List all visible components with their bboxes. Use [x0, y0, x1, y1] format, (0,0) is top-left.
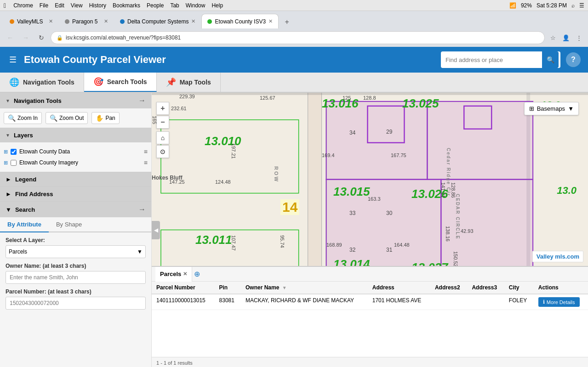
cell-pin: 83081 — [215, 294, 241, 310]
tab-close-delta[interactable]: ✕ — [191, 18, 195, 24]
layer-data-menu[interactable]: ≡ — [144, 148, 148, 155]
search-collapse-icon: ▼ — [6, 206, 11, 213]
map-tools-label: Map Tools — [180, 79, 211, 86]
valley-mls-logo: Valley mls.com — [532, 251, 583, 262]
menu-bookmarks[interactable]: Bookmarks — [113, 2, 140, 9]
search-menu-icon[interactable]: → — [138, 205, 146, 214]
tab-close-paragon[interactable]: ✕ — [104, 18, 108, 24]
more-options-icon[interactable]: ⋮ — [573, 32, 584, 43]
toolbar-search-tools[interactable]: 🎯 Search Tools — [84, 73, 157, 92]
pan-label: Pan — [105, 115, 115, 121]
new-tab-button[interactable]: + — [280, 16, 293, 28]
menu-view[interactable]: View — [71, 2, 83, 9]
back-button[interactable]: ← — [4, 31, 17, 44]
options-icon[interactable]: ☰ — [579, 2, 584, 9]
search-macos-icon[interactable]: ⌕ — [571, 2, 575, 9]
table-row: 1401110000013015 83081 MACKAY, RICHARD &… — [152, 294, 588, 310]
tab-by-attribute[interactable]: By Attribute — [0, 217, 49, 232]
tab-paragon[interactable]: Paragon 5 ✕ — [59, 14, 114, 28]
menu-file[interactable]: File — [40, 2, 48, 9]
layers-header[interactable]: ▼ Layers — [0, 128, 151, 142]
results-footer: 1 - 1 of 1 results — [152, 357, 588, 367]
tab-close-valleymls[interactable]: ✕ — [49, 18, 53, 24]
parcel-number-input[interactable] — [6, 297, 146, 310]
menu-edit[interactable]: Edit — [55, 2, 64, 9]
valley-logo-text: Valley mls.com — [537, 253, 579, 260]
tab-by-shape[interactable]: By Shape — [49, 217, 89, 231]
bookmark-icon[interactable]: ☆ — [548, 32, 559, 43]
result-tab-close[interactable]: ✕ — [183, 271, 187, 277]
layers-content: ⊞ Etowah County Data ≡ ⊞ Etowah County I… — [0, 142, 151, 172]
layer-imagery-menu[interactable]: ≡ — [144, 159, 148, 166]
svg-rect-15 — [441, 180, 533, 276]
nav-tools-menu-icon[interactable]: → — [138, 96, 146, 105]
zoom-in-button[interactable]: 🔍 Zoom In — [4, 112, 42, 124]
results-add-button[interactable]: ⊕ — [194, 270, 200, 278]
nav-tools-collapse-icon: ▼ — [6, 98, 10, 103]
layer-select[interactable]: Parcels ▼ — [6, 245, 146, 258]
more-details-button[interactable]: ℹ More Details — [538, 297, 580, 307]
result-tab-parcels[interactable]: Parcels ✕ — [155, 267, 192, 282]
tab-valleymls[interactable]: ValleyMLS ✕ — [4, 14, 59, 28]
address-search-button[interactable]: 🔍 — [542, 51, 559, 68]
tab-favicon-paragon — [65, 19, 69, 24]
col-address3[interactable]: Address3 — [467, 282, 504, 294]
col-parcel-number[interactable]: Parcel Number — [152, 282, 215, 294]
find-address-header[interactable]: ► Find Address — [0, 187, 151, 201]
results-tabs: Parcels ✕ ⊕ — [152, 267, 588, 282]
apple-menu[interactable]:  — [4, 2, 6, 9]
compass-button[interactable]: ⊙ — [156, 145, 169, 158]
address-bar[interactable]: 🔒 isv.kcsgis.com/al.etowah_revenue/?fips… — [51, 31, 545, 44]
layer-imagery-checkbox[interactable] — [11, 160, 17, 166]
help-button[interactable]: ? — [566, 52, 581, 67]
pan-icon: ✋ — [96, 114, 103, 122]
col-address2[interactable]: Address2 — [430, 282, 467, 294]
search-section-header[interactable]: ▼ Search → — [0, 202, 151, 217]
basemaps-button[interactable]: ⊞ Basemaps ▼ — [524, 102, 579, 115]
account-icon[interactable]: 👤 — [560, 32, 571, 43]
menu-tab[interactable]: Tab — [170, 2, 179, 9]
results-table-wrap[interactable]: Parcel Number Pin Owner Name ▼ Address — [152, 282, 588, 357]
zoom-out-button[interactable]: 🔍 Zoom Out — [46, 112, 88, 124]
reload-button[interactable]: ↻ — [35, 31, 48, 44]
basemaps-chevron: ▼ — [568, 105, 574, 112]
map-container[interactable]: POWERED BY esri 13.016 13.025 13.010 13.… — [152, 93, 588, 367]
legend-header[interactable]: ► Legend — [0, 172, 151, 186]
toolbar-map-tools[interactable]: 📌 Map Tools — [157, 73, 221, 92]
layer-data-label: Etowah County Data — [19, 148, 70, 155]
layer-data-checkbox[interactable] — [11, 149, 17, 155]
menu-history[interactable]: History — [89, 2, 106, 9]
layer-imagery-expand[interactable]: ⊞ — [4, 160, 8, 166]
col-pin[interactable]: Pin — [215, 282, 241, 294]
collapse-sidebar-button[interactable]: ◀ — [152, 221, 160, 239]
zoom-out-map-button[interactable]: − — [156, 116, 169, 129]
menu-people[interactable]: People — [147, 2, 164, 9]
cell-parcel-number: 1401110000013015 — [152, 294, 215, 310]
col-address[interactable]: Address — [368, 282, 430, 294]
app-header: ☰ Etowah County Parcel Viewer 🔍 ? — [0, 47, 588, 73]
tab-etowah[interactable]: Etowah County ISV3 ✕ — [201, 14, 279, 28]
address-search-box[interactable]: 🔍 — [441, 51, 560, 68]
zoom-in-map-button[interactable]: + — [156, 102, 169, 115]
hamburger-menu[interactable]: ☰ — [7, 53, 18, 67]
col-owner-name[interactable]: Owner Name ▼ — [241, 282, 368, 294]
address-search-input[interactable] — [441, 56, 542, 63]
toolbar-navigation-tools[interactable]: 🌐 Navigation Tools — [0, 73, 84, 92]
tab-delta[interactable]: Delta Computer Systems ✕ — [114, 14, 201, 28]
layers-section: ▼ Layers ⊞ Etowah County Data ≡ ⊞ Etowah… — [0, 128, 151, 172]
col-city[interactable]: City — [504, 282, 534, 294]
results-count: 1 - 1 of 1 results — [156, 360, 193, 366]
nav-tools-header[interactable]: ▼ Navigation Tools → — [0, 93, 151, 108]
owner-name-input[interactable] — [6, 271, 146, 284]
menu-chrome[interactable]: Chrome — [13, 2, 33, 9]
forward-button[interactable]: → — [19, 31, 32, 44]
col-address-label: Address — [372, 284, 394, 291]
menu-window[interactable]: Window — [186, 2, 206, 9]
home-map-button[interactable]: ⌂ — [156, 131, 169, 144]
tab-close-etowah[interactable]: ✕ — [268, 18, 273, 24]
app-title: Etowah County Parcel Viewer — [24, 54, 435, 66]
menu-help[interactable]: Help — [211, 2, 223, 9]
pan-button[interactable]: ✋ Pan — [91, 112, 119, 124]
layer-data-expand[interactable]: ⊞ — [4, 149, 8, 155]
col-parcel-number-label: Parcel Number — [156, 284, 195, 291]
